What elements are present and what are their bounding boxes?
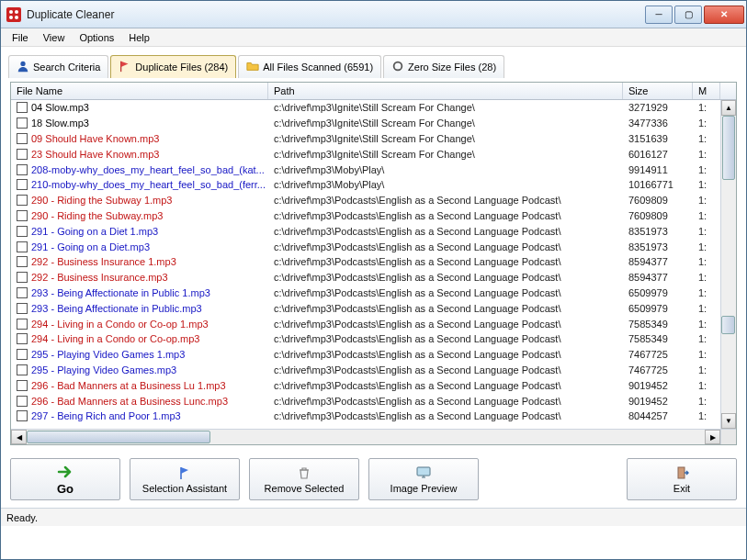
table-row[interactable]: 292 - Business Insurance.mp3c:\drivef\mp… — [11, 270, 720, 286]
menu-view[interactable]: View — [36, 30, 73, 45]
scroll-down-button[interactable]: ▼ — [721, 413, 736, 429]
vertical-scrollbar[interactable]: ▲ ▼ — [720, 100, 736, 429]
scroll-thumb[interactable] — [722, 116, 735, 180]
table-row[interactable]: 290 - Riding the Subway.mp3c:\drivef\mp3… — [11, 208, 720, 224]
file-size: 7467725 — [623, 349, 693, 360]
go-button[interactable]: Go — [10, 458, 120, 500]
table-row[interactable]: 18 Slow.mp3c:\drivef\mp3\Ignite\Still Sc… — [11, 116, 720, 131]
row-checkbox[interactable] — [17, 226, 28, 237]
scroll-left-button[interactable]: ◀ — [11, 430, 27, 444]
table-row[interactable]: 294 - Living in a Condo or Co-op.mp3c:\d… — [11, 331, 720, 347]
table-row[interactable]: 294 - Living in a Condo or Co-op 1.mp3c:… — [11, 316, 720, 331]
zero-icon — [391, 60, 404, 74]
file-size: 3271929 — [623, 102, 693, 113]
scroll-up-button[interactable]: ▲ — [721, 100, 736, 116]
row-checkbox[interactable] — [17, 410, 28, 421]
row-checkbox[interactable] — [17, 380, 28, 391]
file-path: c:\drivef\mp3\Podcasts\English as a Seco… — [268, 195, 623, 206]
row-checkbox[interactable] — [17, 164, 28, 175]
monitor-icon — [415, 465, 432, 481]
table-row[interactable]: 04 Slow.mp3c:\drivef\mp3\Ignite\Still Sc… — [11, 100, 720, 116]
tab-zero-size[interactable]: Zero Size Files (28) — [383, 55, 504, 78]
table-row[interactable]: 295 - Playing Video Games.mp3c:\drivef\m… — [11, 363, 720, 378]
tab-label: Duplicate Files (284) — [135, 62, 228, 73]
menu-options[interactable]: Options — [72, 30, 121, 45]
scroll-track[interactable] — [721, 116, 736, 413]
row-checkbox[interactable] — [17, 303, 28, 314]
table-row[interactable]: 291 - Going on a Diet 1.mp3c:\drivef\mp3… — [11, 223, 720, 239]
table-row[interactable]: 296 - Bad Manners at a Business Lunc.mp3… — [11, 393, 720, 409]
table-row[interactable]: 09 Should Have Known.mp3c:\drivef\mp3\Ig… — [11, 131, 720, 147]
file-m: 1: — [693, 195, 720, 206]
row-checkbox[interactable] — [17, 364, 28, 375]
file-name: 297 - Being Rich and Poor 1.mp3 — [31, 410, 181, 421]
row-checkbox[interactable] — [17, 179, 28, 190]
table-row[interactable]: 23 Should Have Known.mp3c:\drivef\mp3\Ig… — [11, 146, 720, 162]
scroll-mid-indicator[interactable] — [721, 316, 735, 334]
row-checkbox[interactable] — [17, 287, 28, 298]
table-row[interactable]: 292 - Business Insurance 1.mp3c:\drivef\… — [11, 254, 720, 270]
menu-file[interactable]: File — [5, 30, 36, 45]
exit-button[interactable]: Exit — [627, 458, 737, 500]
row-checkbox[interactable] — [17, 118, 28, 129]
tab-all-files[interactable]: All Files Scanned (6591) — [238, 55, 381, 78]
table-row[interactable]: 295 - Playing Video Games 1.mp3c:\drivef… — [11, 347, 720, 363]
file-path: c:\drivef\mp3\Podcasts\English as a Seco… — [268, 364, 623, 375]
tab-duplicate-files[interactable]: Duplicate Files (284) — [110, 55, 236, 78]
app-icon — [6, 7, 21, 22]
horizontal-scrollbar[interactable]: ◀ ▶ — [11, 429, 720, 444]
col-file-name[interactable]: File Name — [11, 83, 268, 99]
file-name: 23 Should Have Known.mp3 — [31, 149, 159, 160]
file-m: 1: — [693, 210, 720, 221]
table-row[interactable]: 293 - Being Affectionate in Public 1.mp3… — [11, 286, 720, 301]
file-path: c:\drivef\mp3\Moby\Play\ — [268, 179, 623, 190]
file-m: 1: — [693, 241, 720, 252]
file-path: c:\drivef\mp3\Podcasts\English as a Seco… — [268, 303, 623, 314]
table-row[interactable]: 293 - Being Affectionate in Public.mp3c:… — [11, 300, 720, 316]
file-path: c:\drivef\mp3\Ignite\Still Scream For Ch… — [268, 133, 623, 144]
file-m: 1: — [693, 133, 720, 144]
col-size[interactable]: Size — [623, 83, 693, 99]
row-checkbox[interactable] — [17, 133, 28, 144]
row-checkbox[interactable] — [17, 241, 28, 252]
file-name: 291 - Going on a Diet 1.mp3 — [31, 226, 158, 237]
close-button[interactable]: ✕ — [704, 6, 744, 24]
table-row[interactable]: 291 - Going on a Diet.mp3c:\drivef\mp3\P… — [11, 239, 720, 254]
col-m[interactable]: M — [693, 83, 720, 99]
row-checkbox[interactable] — [17, 210, 28, 221]
row-checkbox[interactable] — [17, 333, 28, 344]
file-path: c:\drivef\mp3\Podcasts\English as a Seco… — [268, 272, 623, 283]
row-checkbox[interactable] — [17, 195, 28, 206]
file-size: 7467725 — [623, 364, 693, 375]
row-checkbox[interactable] — [17, 272, 28, 283]
file-size: 7609809 — [623, 210, 693, 221]
remove-selected-button[interactable]: Remove Selected — [249, 458, 359, 500]
selection-assistant-button[interactable]: Selection Assistant — [130, 458, 240, 500]
tab-search-criteria[interactable]: Search Criteria — [8, 55, 108, 78]
table-row[interactable]: 210-moby-why_does_my_heart_feel_so_bad_(… — [11, 177, 720, 193]
scroll-right-button[interactable]: ▶ — [705, 430, 720, 444]
col-path[interactable]: Path — [268, 83, 623, 99]
row-checkbox[interactable] — [17, 102, 28, 113]
row-checkbox[interactable] — [17, 256, 28, 267]
table-row[interactable]: 296 - Bad Manners at a Business Lu 1.mp3… — [11, 377, 720, 393]
table-row[interactable]: 290 - Riding the Subway 1.mp3c:\drivef\m… — [11, 193, 720, 208]
image-preview-button[interactable]: Image Preview — [368, 458, 479, 500]
row-checkbox[interactable] — [17, 396, 28, 407]
minimize-button[interactable]: ─ — [645, 6, 673, 24]
table-row[interactable]: 208-moby-why_does_my_heart_feel_so_bad_(… — [11, 162, 720, 177]
file-path: c:\drivef\mp3\Ignite\Still Scream For Ch… — [268, 102, 623, 113]
row-checkbox[interactable] — [17, 349, 28, 360]
file-name: 04 Slow.mp3 — [31, 102, 89, 113]
hscroll-track[interactable] — [27, 430, 705, 444]
file-m: 1: — [693, 149, 720, 160]
file-name: 210-moby-why_does_my_heart_feel_so_bad_(… — [31, 179, 266, 190]
file-m: 1: — [693, 179, 720, 190]
maximize-button[interactable]: ▢ — [674, 6, 702, 24]
row-checkbox[interactable] — [17, 319, 28, 330]
file-path: c:\drivef\mp3\Podcasts\English as a Seco… — [268, 349, 623, 360]
hscroll-thumb[interactable] — [27, 431, 210, 443]
row-checkbox[interactable] — [17, 149, 28, 160]
menu-help[interactable]: Help — [121, 30, 157, 45]
table-row[interactable]: 297 - Being Rich and Poor 1.mp3c:\drivef… — [11, 409, 720, 424]
